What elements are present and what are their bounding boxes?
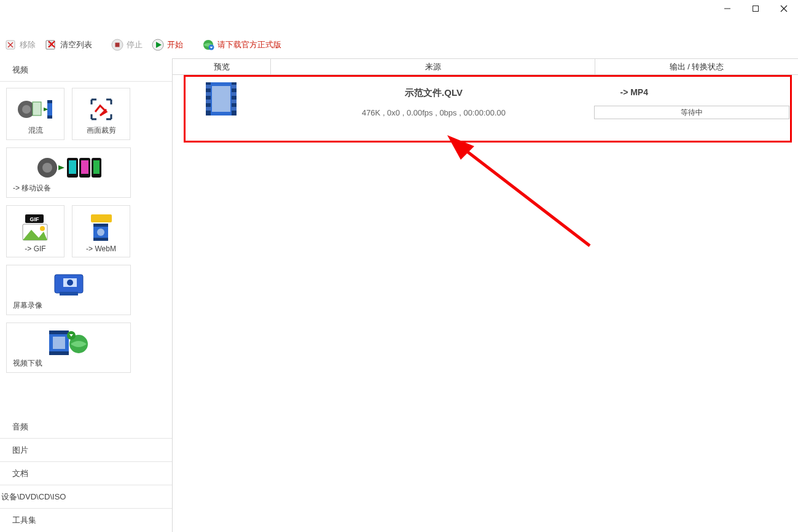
mobile-icon — [13, 152, 124, 183]
svg-point-48 — [67, 280, 73, 286]
svg-rect-67 — [232, 107, 237, 111]
sidebar-bottom-categories: 音频 图片 文档 设备\DVD\CD\ISO 工具集 — [0, 415, 172, 532]
tile-screen-record-label: 屏幕录像 — [13, 300, 42, 311]
left-sidebar: 视频 混流 画面裁剪 — [0, 58, 173, 532]
svg-point-28 — [42, 163, 52, 173]
mix-icon — [17, 93, 55, 125]
svg-rect-31 — [69, 160, 76, 174]
svg-rect-62 — [206, 100, 211, 103]
start-icon — [151, 38, 165, 52]
clear-list-label: 清空列表 — [60, 39, 92, 50]
category-document[interactable]: 文档 — [0, 462, 172, 485]
svg-text:GIF: GIF — [29, 216, 39, 222]
main-table-header: 预览 来源 输出 / 转换状态 — [173, 59, 798, 75]
svg-rect-41 — [91, 214, 112, 222]
svg-rect-61 — [206, 92, 211, 96]
tile-webm-label: -> WebM — [86, 244, 116, 253]
svg-rect-44 — [93, 238, 108, 241]
svg-rect-63 — [206, 107, 211, 111]
remove-label: 移除 — [20, 39, 36, 50]
crop-icon — [88, 93, 115, 125]
category-video-label: 视频 — [12, 65, 28, 74]
category-audio-label: 音频 — [12, 422, 28, 431]
stop-icon — [111, 38, 124, 52]
svg-rect-26 — [47, 115, 52, 119]
clear-list-icon — [44, 38, 58, 52]
tile-video-download[interactable]: 视频下载 — [6, 323, 131, 373]
gif-icon: GIF — [20, 211, 51, 244]
webm-icon — [86, 211, 117, 244]
close-button[interactable] — [770, 2, 798, 15]
tile-gif-label: -> GIF — [25, 244, 45, 253]
video-download-icon — [13, 327, 124, 358]
svg-rect-53 — [53, 337, 65, 349]
category-tools-label: 工具集 — [12, 515, 36, 525]
svg-rect-66 — [232, 100, 237, 103]
category-image-label: 图片 — [12, 445, 28, 455]
svg-rect-68 — [212, 86, 230, 112]
tile-mobile-label: -> 移动设备 — [13, 183, 51, 194]
category-audio[interactable]: 音频 — [0, 415, 172, 439]
svg-rect-22 — [33, 102, 41, 115]
main-toolbar: 移除 清空列表 停止 开始 请下载官方正式版 — [0, 34, 284, 56]
video-tiles: 混流 画面裁剪 -> 移动设备 — [0, 82, 172, 379]
svg-point-21 — [22, 105, 31, 114]
tile-mix-label: 混流 — [28, 125, 43, 136]
start-button[interactable]: 开始 — [149, 37, 186, 53]
remove-icon — [4, 38, 17, 52]
svg-rect-1 — [753, 6, 759, 12]
tile-mobile[interactable]: -> 移动设备 — [6, 147, 131, 198]
category-image[interactable]: 图片 — [0, 439, 172, 462]
svg-rect-35 — [93, 160, 100, 174]
globe-download-icon — [201, 38, 215, 52]
minimize-button[interactable] — [713, 2, 741, 15]
download-official-label[interactable]: 请下载官方正式版 — [217, 39, 281, 50]
svg-rect-14 — [115, 43, 120, 47]
task-row[interactable]: 示范文件.QLV 476K , 0x0 , 0.00fps , 0bps , 0… — [173, 75, 798, 144]
task-output-format: -> MP4 — [620, 87, 648, 97]
tile-screen-record[interactable]: 屏幕录像 — [6, 265, 131, 315]
maximize-button[interactable] — [741, 2, 770, 15]
tile-crop[interactable]: 画面裁剪 — [72, 88, 130, 140]
clear-list-button[interactable]: 清空列表 — [42, 37, 95, 53]
category-video[interactable]: 视频 — [0, 58, 172, 82]
task-thumbnail-icon — [203, 81, 239, 117]
stop-label: 停止 — [127, 39, 143, 50]
tile-mix[interactable]: 混流 — [6, 88, 65, 140]
task-status[interactable]: 等待中 — [594, 106, 789, 119]
svg-rect-51 — [49, 331, 69, 334]
svg-marker-29 — [58, 165, 65, 170]
svg-rect-65 — [232, 92, 237, 96]
screen-record-icon — [13, 269, 124, 300]
svg-point-40 — [40, 226, 45, 231]
download-official-link[interactable]: 请下载官方正式版 — [199, 37, 284, 53]
svg-rect-25 — [47, 100, 52, 103]
col-source[interactable]: 来源 — [271, 59, 595, 74]
start-label: 开始 — [167, 39, 183, 50]
col-preview[interactable]: 预览 — [173, 59, 271, 74]
svg-point-45 — [97, 229, 104, 236]
category-document-label: 文档 — [12, 469, 28, 478]
task-filename: 示范文件.QLV — [282, 87, 585, 99]
tile-crop-label: 画面裁剪 — [87, 125, 116, 136]
stop-button[interactable]: 停止 — [108, 37, 145, 53]
col-output-label: 输出 / 转换状态 — [670, 61, 724, 72]
svg-rect-43 — [93, 224, 108, 227]
col-output[interactable]: 输出 / 转换状态 — [595, 59, 798, 74]
svg-rect-52 — [49, 351, 69, 355]
tile-gif[interactable]: GIF -> GIF — [6, 205, 65, 257]
col-preview-label: 预览 — [214, 61, 230, 72]
task-meta: 476K , 0x0 , 0.00fps , 0bps , 00:00:00.0… — [282, 108, 585, 117]
svg-rect-49 — [60, 292, 78, 295]
category-tools[interactable]: 工具集 — [0, 509, 172, 532]
tile-video-download-label: 视频下载 — [13, 358, 42, 369]
task-status-text: 等待中 — [681, 108, 703, 117]
category-disc[interactable]: 设备\DVD\CD\ISO — [0, 485, 172, 509]
tile-webm[interactable]: -> WebM — [72, 205, 130, 257]
col-source-label: 来源 — [425, 61, 441, 72]
svg-rect-64 — [232, 85, 237, 88]
main-pane: 预览 来源 输出 / 转换状态 示范文件.QLV 476K , 0x0 , 0.… — [173, 58, 798, 532]
svg-rect-60 — [206, 85, 211, 88]
window-controls — [713, 0, 798, 17]
remove-button[interactable]: 移除 — [1, 37, 38, 53]
